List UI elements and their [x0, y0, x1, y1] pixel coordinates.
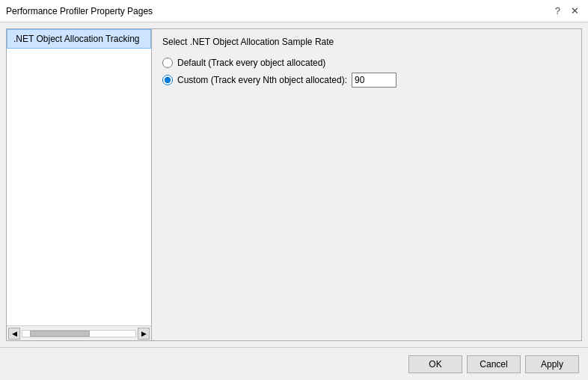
- dialog-title: Performance Profiler Property Pages: [6, 6, 153, 16]
- custom-value-input[interactable]: [352, 73, 396, 88]
- horizontal-scrollbar: ◀ ▶: [7, 325, 151, 340]
- section-title: Select .NET Object Allocation Sample Rat…: [162, 37, 571, 47]
- bottom-bar: OK Cancel Apply: [0, 347, 588, 380]
- scroll-thumb[interactable]: [30, 331, 90, 337]
- scroll-track: [22, 330, 136, 337]
- help-button[interactable]: ?: [552, 6, 563, 16]
- cancel-button[interactable]: Cancel: [467, 355, 521, 373]
- radio-default-label[interactable]: Default (Track every object allocated): [177, 58, 325, 68]
- radio-group: Default (Track every object allocated) C…: [162, 58, 571, 88]
- title-bar: Performance Profiler Property Pages ? ✕: [0, 0, 588, 22]
- radio-custom[interactable]: [162, 75, 173, 85]
- left-panel: .NET Object Allocation Tracking ◀ ▶: [6, 28, 152, 341]
- radio-default[interactable]: [162, 58, 173, 68]
- scroll-left-button[interactable]: ◀: [8, 328, 20, 340]
- close-button[interactable]: ✕: [568, 6, 582, 16]
- dialog-content: .NET Object Allocation Tracking ◀ ▶ Sele…: [0, 22, 588, 347]
- right-panel: Select .NET Object Allocation Sample Rat…: [152, 28, 582, 341]
- ok-button[interactable]: OK: [408, 355, 462, 373]
- scroll-right-button[interactable]: ▶: [138, 328, 150, 340]
- title-bar-buttons: ? ✕: [552, 6, 582, 16]
- radio-row-custom: Custom (Track every Nth object allocated…: [162, 73, 571, 88]
- apply-button[interactable]: Apply: [525, 355, 579, 373]
- radio-custom-label[interactable]: Custom (Track every Nth object allocated…: [177, 75, 347, 85]
- sidebar-item-dotnet-allocation[interactable]: .NET Object Allocation Tracking: [7, 29, 151, 49]
- radio-row-default: Default (Track every object allocated): [162, 58, 571, 68]
